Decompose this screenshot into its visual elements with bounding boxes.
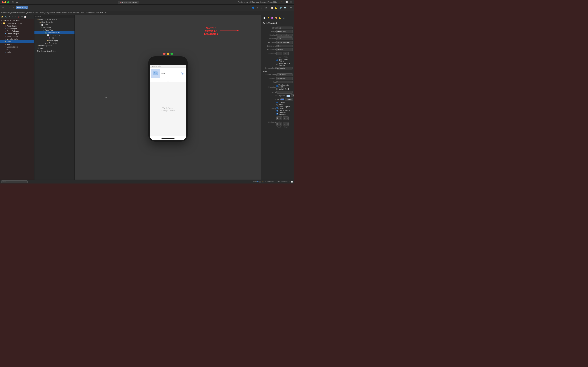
- minimize-button[interactable]: [4, 1, 6, 3]
- table-cell-row[interactable]: Title i ›: [150, 68, 186, 79]
- nav-scm-icon[interactable]: ⎇: [8, 15, 10, 18]
- sidebar-toggle[interactable]: ⬛: [11, 0, 15, 4]
- editing-acc-dropdown[interactable]: None ▼: [277, 45, 293, 47]
- indentation-width-stepper[interactable]: ▲ ▼: [287, 52, 288, 55]
- identifier-field[interactable]: Reuse Identifier: [277, 34, 293, 37]
- accessory-dropdown[interactable]: Detail Disclosure ▼: [277, 41, 293, 44]
- connections-icon[interactable]: 🔗: [279, 6, 282, 9]
- outline-cell[interactable]: ▼ ▣ Table View Cell: [35, 31, 75, 34]
- maximize-button[interactable]: [7, 1, 9, 3]
- attributes-icon[interactable]: 📋: [270, 6, 274, 9]
- add-icon[interactable]: ⊕: [256, 6, 259, 9]
- inspector-tab-attributes[interactable]: 🎨: [275, 16, 278, 20]
- stepper-down-icon[interactable]: ▼: [280, 54, 281, 55]
- sidebar-item-scenedelegate-swift[interactable]: m SceneDelegate: [0, 30, 34, 33]
- sidebar-item-main[interactable]: ✕ Main: [0, 40, 34, 43]
- multiple-touch-checkbox[interactable]: [277, 88, 278, 90]
- refresh-icon[interactable]: ↺: [284, 181, 286, 183]
- stretching-h-stepper[interactable]: ▲ ▼: [287, 123, 288, 125]
- indentation-level-stepper[interactable]: ▲ ▼: [280, 52, 281, 55]
- stretching-w-field[interactable]: 1 ▲ ▼: [277, 122, 282, 126]
- sidebar-icon[interactable]: ☰: [1, 6, 5, 9]
- storyboard-tab[interactable]: Main (Base): [16, 6, 28, 9]
- outline-constraints[interactable]: ▶ ⊞ Constraints: [35, 42, 75, 44]
- outline-view[interactable]: ▼ ⬜ View: [35, 24, 75, 26]
- stretching-y-field[interactable]: 0 ▲ ▼: [283, 116, 289, 120]
- breadcrumb-main[interactable]: ✕ Main: [33, 12, 38, 14]
- separator-dropdown[interactable]: Automatic ▼: [277, 67, 293, 69]
- inspector-icon[interactable]: 🔵: [251, 6, 255, 9]
- sidebar-group-main[interactable]: ▼ 📁 UITableView_Demo: [0, 22, 34, 25]
- breadcrumb-warning[interactable]: ▲: [291, 12, 293, 14]
- outline-vc-scene[interactable]: ▼ ⊡ View Controller Scene: [35, 18, 75, 21]
- outline-entry-point[interactable]: ➤ Storyboard Entry Point: [35, 50, 75, 52]
- background-dropdown[interactable]: Default ▼: [291, 94, 294, 97]
- layout-icon[interactable]: ⬛: [289, 0, 293, 4]
- outline-exit[interactable]: ⬛ Exit: [35, 47, 75, 50]
- device-icon[interactable]: 📱: [262, 181, 264, 183]
- sidebar-project-header[interactable]: ▼ 🗂 UITableView_Demo: [0, 19, 34, 22]
- clips-bounds-checkbox[interactable]: ✓: [277, 110, 278, 112]
- resolve-icon[interactable]: ⊙: [257, 181, 259, 183]
- nav-folder-icon[interactable]: 📁: [1, 15, 4, 18]
- image-dropdown[interactable]: default.png ▼: [277, 30, 293, 33]
- nav-tests-icon[interactable]: ✓: [14, 15, 17, 18]
- indentation-level-field[interactable]: 1 ▲ ▼: [277, 52, 282, 55]
- tint-dropdown[interactable]: Default ▼: [285, 98, 293, 101]
- inspector-tab-file[interactable]: 📄: [263, 16, 266, 20]
- outline-title-label[interactable]: └ T Title: [35, 37, 75, 39]
- stepper-up-w-icon[interactable]: ▲: [287, 52, 288, 54]
- nav-breakpoints-icon[interactable]: ⬡: [21, 15, 23, 18]
- outline-contentview[interactable]: ▼ ⬜ Content View: [35, 34, 75, 37]
- breadcrumb-project[interactable]: UITableView_Demo: [1, 12, 16, 14]
- inspector-tab-connections[interactable]: 🔗: [282, 16, 286, 20]
- user-interaction-checkbox[interactable]: ✓: [277, 85, 278, 87]
- project-tab[interactable]: ✕ UITableView_Demo: [118, 1, 139, 4]
- info-circle-icon[interactable]: i: [181, 72, 184, 75]
- selection-dropdown[interactable]: Blue ▼: [277, 37, 293, 40]
- stretching-x-field[interactable]: 0 ▲ ▼: [277, 116, 282, 120]
- opaque-checkbox[interactable]: ✓: [277, 101, 278, 103]
- fullscreen-icon[interactable]: ⬜: [291, 181, 293, 183]
- breadcrumb-tableview[interactable]: Table View: [86, 12, 94, 14]
- stepper-up-icon[interactable]: ▲: [280, 52, 281, 54]
- stepper-down-w-icon[interactable]: ▼: [287, 54, 288, 55]
- zoom-fit-icon[interactable]: ⊡: [260, 6, 263, 9]
- outline-first-responder[interactable]: ⊙ First Responder: [35, 44, 75, 47]
- background-swatch[interactable]: [286, 95, 290, 97]
- clears-graphics-checkbox[interactable]: ✓: [277, 107, 278, 109]
- sidebar-item-viewcontroller-swift[interactable]: m ViewController: [0, 35, 34, 38]
- back-icon[interactable]: ‹: [7, 6, 11, 9]
- forward-icon[interactable]: ›: [12, 6, 15, 9]
- style-dropdown[interactable]: Basic ▼: [277, 26, 293, 29]
- embed-icon[interactable]: ⬛: [259, 181, 261, 183]
- outline-default-png[interactable]: 🖼 default.png: [35, 39, 75, 42]
- sidebar-item-assets[interactable]: ⊞ Assets: [0, 43, 34, 46]
- constraint-type-icon[interactable]: ⊞: [255, 181, 257, 183]
- hidden-checkbox[interactable]: [277, 104, 278, 106]
- sidebar-item-viewcontroller-m[interactable]: m ViewController: [0, 38, 34, 40]
- zoom-fill-icon[interactable]: ⊞: [264, 6, 268, 9]
- outline-safearea[interactable]: □ Safe Area: [35, 26, 75, 29]
- outline-tableview[interactable]: ▼ ≡ Table View: [35, 29, 75, 31]
- sidebar-item-main-m[interactable]: m main: [0, 51, 34, 53]
- content-mode-dropdown[interactable]: Scale To Fill ▼: [277, 73, 293, 76]
- stretching-x-stepper[interactable]: ▲ ▼: [280, 117, 281, 119]
- shows-reorder-checkbox[interactable]: [277, 64, 278, 65]
- preview-icon[interactable]: 👁: [286, 181, 288, 183]
- sidebar-item-scenedelegate-m[interactable]: m SceneDelegate: [0, 33, 34, 35]
- breadcrumb-group[interactable]: UITableView_Demo: [17, 12, 32, 14]
- stretching-h-field[interactable]: 1 ▲ ▼: [283, 122, 289, 126]
- breadcrumb-vc[interactable]: View Controller: [68, 12, 79, 14]
- inspector-tab-identity[interactable]: 🆔: [270, 16, 274, 20]
- inspector-tab-size[interactable]: 📐: [278, 16, 282, 20]
- fit-icon[interactable]: ⊡: [282, 181, 284, 183]
- split-editor-icon[interactable]: ⬜: [285, 0, 288, 4]
- outline-vc[interactable]: ▼ ⊙ View Controller: [35, 21, 75, 24]
- sidebar-item-info[interactable]: ℹ Info: [0, 48, 34, 51]
- add-constraint-icon[interactable]: ⊕: [253, 181, 255, 183]
- nav-issues-icon[interactable]: ⚠: [11, 15, 13, 18]
- breadcrumb-view[interactable]: View: [81, 12, 84, 14]
- sidebar-item-appdelegate-m[interactable]: m AppDelegate: [0, 27, 34, 30]
- close-button[interactable]: [2, 1, 4, 3]
